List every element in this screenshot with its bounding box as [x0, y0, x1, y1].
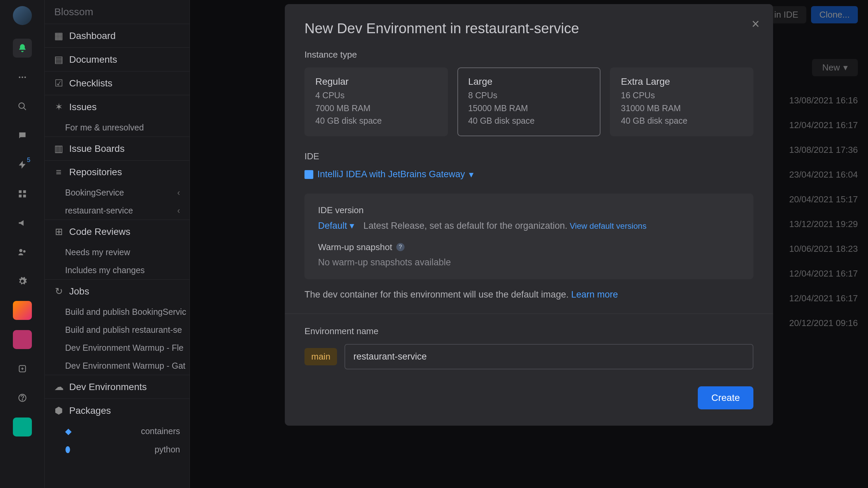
chevron-left-icon: ‹	[177, 188, 180, 198]
project-title[interactable]: Blossom	[45, 0, 190, 24]
sidebar-item-dev-environments[interactable]: ☁Dev Environments	[45, 375, 190, 399]
ide-version-panel: IDE version Default ▾ Latest Release, se…	[304, 194, 753, 279]
view-default-versions-link[interactable]: View default versions	[570, 221, 646, 230]
add-icon[interactable]	[13, 359, 32, 378]
avatar[interactable]	[13, 6, 32, 25]
new-dev-env-modal: × New Dev Environment in restaurant-serv…	[285, 4, 773, 426]
learn-more-link[interactable]: Learn more	[571, 289, 618, 300]
sidebar-sub-cr-needs[interactable]: Needs my review	[45, 243, 190, 261]
sidebar-sub-pkg-containers[interactable]: ◆containers	[45, 422, 190, 440]
svg-rect-7	[19, 195, 21, 197]
instance-card-large[interactable]: Large 8 CPUs 15000 MB RAM 40 GB disk spa…	[457, 67, 601, 136]
search-icon[interactable]	[13, 97, 32, 116]
create-button[interactable]: Create	[698, 386, 753, 409]
sidebar-item-packages[interactable]: ⬢Packages	[45, 399, 190, 422]
bolt-icon[interactable]: 5	[13, 155, 32, 174]
svg-point-1	[21, 77, 23, 78]
intellij-icon	[304, 170, 313, 179]
svg-point-3	[19, 103, 24, 108]
chevron-down-icon: ▾	[469, 169, 474, 180]
sidebar-item-issue-boards[interactable]: ▥Issue Boards	[45, 137, 190, 160]
sidebar-sub-issues-forme[interactable]: For me & unresolved	[45, 119, 190, 137]
container-info: The dev container for this environment w…	[304, 289, 753, 300]
sidebar-item-code-reviews[interactable]: ⊞Code Reviews	[45, 220, 190, 243]
ide-selector[interactable]: IntelliJ IDEA with JetBrains Gateway ▾	[304, 169, 753, 180]
sidebar-item-documents[interactable]: ▤Documents	[45, 48, 190, 71]
sidebar-sub-repo-restaurant[interactable]: restaurant-service‹	[45, 202, 190, 220]
ide-version-label: IDE version	[318, 205, 740, 216]
main-area: Settings Open in IDE Clone... New▾ dency…	[190, 0, 868, 488]
icon-rail: 5	[0, 0, 45, 488]
warmup-status: No warm-up snapshots available	[318, 257, 740, 268]
sidebar-item-dashboard[interactable]: ▦Dashboard	[45, 24, 190, 47]
ide-label: IDE	[304, 151, 753, 162]
instance-card-extra-large[interactable]: Extra Large 16 CPUs 31000 MB RAM 40 GB d…	[610, 67, 753, 136]
sidebar-sub-repo-booking[interactable]: BookingService‹	[45, 184, 190, 202]
sidebar-sub-job-4[interactable]: Dev Environment Warmup - Gat	[45, 357, 190, 375]
gear-icon[interactable]	[13, 272, 32, 291]
sidebar-sub-cr-includes[interactable]: Includes my changes	[45, 261, 190, 279]
apps-icon[interactable]	[13, 184, 32, 203]
sidebar-sub-job-2[interactable]: Build and publish restaurant-se	[45, 321, 190, 339]
chevron-left-icon: ‹	[177, 206, 180, 216]
divider	[285, 313, 773, 314]
app-shortcut-1[interactable]	[13, 301, 32, 320]
env-name-label: Environment name	[304, 326, 753, 337]
app-shortcut-3[interactable]	[13, 418, 32, 436]
sidebar-item-checklists[interactable]: ☑Checklists	[45, 72, 190, 95]
sidebar-sub-job-3[interactable]: Dev Environment Warmup - Fle	[45, 339, 190, 357]
svg-point-0	[19, 77, 20, 78]
notifications-icon[interactable]	[13, 39, 32, 58]
sidebar-item-issues[interactable]: ✶Issues	[45, 95, 190, 119]
svg-point-15	[22, 400, 23, 400]
svg-point-9	[19, 249, 22, 252]
svg-rect-5	[19, 190, 21, 193]
instance-type-cards: Regular 4 CPUs 7000 MB RAM 40 GB disk sp…	[304, 67, 753, 136]
environment-name-input[interactable]	[344, 344, 753, 369]
svg-rect-8	[23, 195, 26, 197]
team-icon[interactable]	[13, 243, 32, 262]
sidebar-item-jobs[interactable]: ↻Jobs	[45, 280, 190, 303]
app-shortcut-2[interactable]	[13, 330, 32, 349]
svg-line-4	[23, 108, 26, 110]
more-icon[interactable]	[13, 68, 32, 87]
sidebar-sub-pkg-python[interactable]: ⬮python	[45, 440, 190, 459]
svg-point-2	[24, 77, 26, 78]
sidebar: Blossom ▦Dashboard ▤Documents ☑Checklist…	[45, 0, 190, 488]
help-icon[interactable]	[13, 388, 32, 407]
branch-tag: main	[304, 348, 337, 365]
modal-overlay: × New Dev Environment in restaurant-serv…	[190, 0, 868, 488]
instance-type-label: Instance type	[304, 49, 753, 60]
chat-icon[interactable]	[13, 126, 32, 145]
megaphone-icon[interactable]	[13, 214, 32, 232]
bolt-badge: 5	[27, 157, 30, 164]
help-tooltip-icon[interactable]: ?	[396, 243, 405, 251]
sidebar-item-repositories[interactable]: ≡Repositories	[45, 161, 190, 184]
ide-version-selector[interactable]: Default ▾	[318, 221, 354, 231]
sidebar-sub-job-1[interactable]: Build and publish BookingServic	[45, 303, 190, 321]
svg-point-10	[23, 250, 25, 252]
ide-version-desc: Latest Release, set as default for the o…	[363, 221, 568, 231]
svg-rect-6	[23, 190, 26, 193]
instance-card-regular[interactable]: Regular 4 CPUs 7000 MB RAM 40 GB disk sp…	[304, 67, 448, 136]
close-icon[interactable]: ×	[752, 16, 760, 32]
warmup-label: Warm-up snapshot	[318, 242, 392, 252]
modal-title: New Dev Environment in restaurant-servic…	[304, 20, 753, 37]
